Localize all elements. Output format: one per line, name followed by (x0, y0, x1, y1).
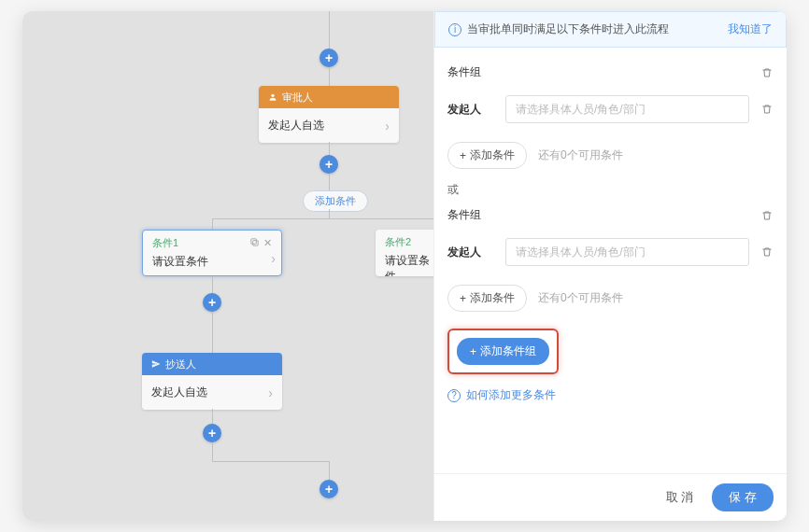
group-title: 条件组 (447, 207, 481, 223)
cc-header-text: 抄送人 (165, 357, 196, 371)
add-condition-button[interactable]: + 添加条件 (447, 285, 527, 312)
trash-icon[interactable] (760, 209, 774, 222)
help-link[interactable]: ? 如何添加更多条件 (447, 387, 774, 403)
connector-line (212, 276, 213, 293)
hint-text: 还有0个可用条件 (538, 290, 623, 306)
plus-icon: + (460, 149, 466, 162)
connector-line (212, 218, 433, 219)
group-header: 条件组 (447, 57, 774, 88)
chevron-right-icon: › (271, 251, 276, 266)
connector-line (329, 67, 330, 86)
approver-header: 审批人 (259, 86, 399, 108)
add-condition-pill[interactable]: 添加条件 (303, 190, 368, 212)
add-condition-button[interactable]: + 添加条件 (447, 142, 527, 169)
add-node-button[interactable]: + (319, 480, 338, 498)
add-group-highlight: + 添加条件组 (447, 329, 559, 374)
trash-icon[interactable] (760, 245, 774, 259)
banner-text: 当审批单同时满足以下条件时进入此流程 (467, 21, 669, 37)
add-condition-row: + 添加条件 还有0个可用条件 (447, 273, 774, 323)
add-node-button[interactable]: + (203, 424, 221, 442)
condition-title: 条件2 (385, 235, 411, 249)
connector-line (212, 218, 213, 230)
trash-icon[interactable] (760, 66, 774, 79)
cancel-button[interactable]: 取 消 (657, 483, 703, 511)
connector-line (212, 409, 213, 424)
help-text: 如何添加更多条件 (466, 387, 556, 403)
group-title: 条件组 (447, 64, 481, 80)
send-icon (151, 359, 161, 369)
or-separator: 或 (447, 180, 774, 200)
connector-line (329, 11, 330, 49)
panel-footer: 取 消 保 存 (434, 473, 787, 521)
connector-line (212, 312, 213, 353)
initiator-select[interactable]: 请选择具体人员/角色/部门 (505, 238, 749, 266)
condition-text: 请设置条件 (385, 253, 432, 276)
approver-header-text: 审批人 (282, 91, 313, 105)
add-condition-group-button[interactable]: + 添加条件组 (457, 338, 549, 365)
add-group-label: 添加条件组 (480, 343, 536, 359)
add-condition-label: 添加条件 (470, 290, 515, 306)
chevron-right-icon: › (268, 385, 273, 400)
approver-node[interactable]: 审批人 发起人自选 › (259, 86, 399, 143)
add-condition-row: + 添加条件 还有0个可用条件 (447, 131, 774, 180)
condition-card-2[interactable]: 条件2 请设置条件 (376, 230, 433, 276)
cc-body: 发起人自选 › (142, 375, 282, 410)
connector-line (212, 461, 329, 462)
condition-panel: i 当审批单同时满足以下条件时进入此流程 我知道了 条件组 发起人 请选择具体人… (433, 11, 787, 521)
approver-body-text: 发起人自选 (268, 118, 324, 133)
field-label: 发起人 (447, 245, 494, 260)
condition-title: 条件1 (152, 236, 178, 250)
info-icon: i (448, 23, 461, 36)
condition-text: 请设置条件 (152, 254, 272, 270)
group-header: 条件组 (447, 200, 774, 231)
add-node-button[interactable]: + (319, 49, 338, 67)
connector-line (329, 174, 330, 190)
svg-rect-2 (251, 239, 257, 245)
close-icon[interactable]: ✕ (263, 237, 272, 249)
plus-icon: + (460, 292, 466, 305)
field-row: 发起人 请选择具体人员/角色/部门 (447, 88, 774, 131)
cc-header: 抄送人 (142, 353, 282, 375)
app-frame: + 审批人 发起人自选 › + 添加条件 (22, 11, 787, 521)
banner-ack-link[interactable]: 我知道了 (728, 21, 773, 37)
cc-body-text: 发起人自选 (151, 385, 207, 400)
connector-line (329, 461, 330, 480)
connector-line (212, 442, 213, 461)
save-button[interactable]: 保 存 (712, 483, 774, 511)
condition-card-1[interactable]: 条件1 ✕ 请设置条件 › (142, 230, 282, 276)
field-label: 发起人 (447, 102, 494, 118)
panel-body: 条件组 发起人 请选择具体人员/角色/部门 + 添加条件 还有0个可用条件 (434, 53, 787, 473)
plus-icon: + (470, 345, 476, 358)
person-icon (268, 92, 277, 102)
svg-point-0 (271, 94, 274, 97)
approver-body: 发起人自选 › (259, 108, 399, 143)
workflow-canvas[interactable]: + 审批人 发起人自选 › + 添加条件 (22, 11, 433, 521)
initiator-select[interactable]: 请选择具体人员/角色/部门 (505, 95, 749, 123)
svg-rect-1 (253, 241, 259, 246)
cc-node[interactable]: 抄送人 发起人自选 › (142, 353, 282, 410)
add-node-button[interactable]: + (319, 155, 338, 174)
connector-line (329, 209, 330, 218)
info-banner: i 当审批单同时满足以下条件时进入此流程 我知道了 (434, 11, 787, 48)
trash-icon[interactable] (760, 103, 774, 116)
question-icon: ? (447, 389, 461, 402)
field-row: 发起人 请选择具体人员/角色/部门 (447, 231, 774, 273)
add-node-button[interactable]: + (203, 293, 221, 312)
copy-icon[interactable] (249, 237, 260, 249)
chevron-right-icon: › (385, 119, 390, 133)
hint-text: 还有0个可用条件 (538, 147, 623, 163)
add-condition-label: 添加条件 (470, 147, 515, 163)
